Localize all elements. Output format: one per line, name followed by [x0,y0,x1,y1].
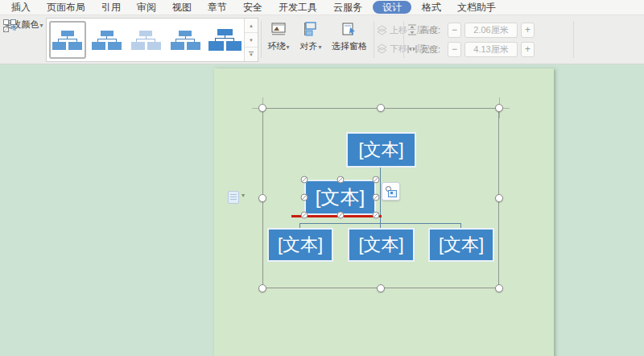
bring-forward-icon [377,25,387,35]
shape-handle-top-left[interactable] [301,176,308,184]
change-colors-button[interactable]: ✎ 更改颜色▾ [2,19,45,62]
menu-page-layout[interactable]: 页面布局 [39,0,93,15]
selection-pane-icon [341,21,357,37]
menu-format[interactable]: 格式 [414,0,449,15]
org-chart-thumbnail-2[interactable] [89,21,126,59]
frame-handle-bottom-right[interactable] [495,284,503,292]
height-value-field[interactable]: 2.06厘米 [464,23,518,38]
org-chart-thumbnail-4[interactable] [167,21,204,59]
align-label: 对齐 [299,41,317,51]
shape-handle-mid-right[interactable] [373,194,380,201]
org-chart-thumbnail-3[interactable] [128,21,165,59]
chevron-down-icon: ▾ [286,43,289,51]
width-icon [407,43,417,55]
toolbar-separator [403,21,404,58]
width-increase-button[interactable]: + [521,42,535,57]
align-icon [303,21,319,37]
gallery-scroll-up-button[interactable]: ▲ [245,19,258,33]
chevron-down-icon: ▾ [39,22,43,29]
height-increase-button[interactable]: + [521,23,535,38]
width-control: 宽度: − 4.13厘米 + [407,41,535,57]
selection-pane-button[interactable]: 选择窗格 [327,19,372,61]
document-canvas[interactable]: [文本] [文本] [文本] [文本] [文本] ▾ [0,64,644,356]
gallery-thumbnails [47,19,243,60]
gallery-more-icon: ▼ [249,52,254,57]
menu-cloud-service[interactable]: 云服务 [325,0,370,15]
width-decrease-button[interactable]: − [448,42,461,57]
shape-handle-mid-left[interactable] [301,194,308,201]
layout-options-button[interactable] [228,191,239,204]
shape-handle-bottom-center[interactable] [337,212,345,219]
selection-pane-label: 选择窗格 [332,41,367,51]
menu-references[interactable]: 引用 [93,0,129,15]
height-control: 高度: − 2.06厘米 + [407,22,535,38]
gallery-more-button[interactable]: ▼ [245,48,258,61]
add-shape-button[interactable] [382,182,400,201]
wrap-text-button[interactable]: 环绕▾ [263,19,294,61]
shape-handle-top-right[interactable] [373,176,380,184]
align-button[interactable]: 对齐▾ [295,19,326,61]
add-shape-icon [388,190,397,197]
frame-handle-bottom-center[interactable] [377,284,385,292]
width-value-field[interactable]: 4.13厘米 [464,42,518,57]
org-chart-top-node[interactable]: [文本] [346,132,416,168]
scroll-up-icon: ▲ [249,23,254,28]
menu-security[interactable]: 安全 [235,0,270,15]
wrap-text-icon [270,21,287,37]
ribbon-toolbar: ✎ 更改颜色▾ [0,15,644,64]
send-backward-icon [377,43,387,54]
toolbar-separator [374,21,374,58]
org-chart-icon [131,31,161,50]
frame-handle-top-center[interactable] [377,104,385,112]
org-chart-thumbnail-1[interactable] [49,21,86,59]
org-chart-icon [52,31,82,50]
org-chart-icon [92,31,122,50]
wrap-text-label: 环绕 [267,41,285,51]
toolbar-separator [261,21,262,58]
layout-style-gallery: ▲ ▼ ▼ [46,18,258,62]
shape-handle-bottom-left[interactable] [301,212,308,219]
org-chart-child-node-1[interactable]: [文本] [267,228,333,262]
menu-insert[interactable]: 插入 [3,0,39,15]
menu-doc-assistant[interactable]: 文档助手 [449,0,504,15]
gallery-scroll-down-button[interactable]: ▼ [245,33,258,48]
height-label: 高度: [420,24,444,36]
shape-handle-bottom-right[interactable] [373,212,380,219]
chevron-down-icon: ▾ [318,43,321,51]
frame-handle-mid-right[interactable] [495,194,503,202]
shape-handle-top-center[interactable] [337,176,345,184]
height-decrease-button[interactable]: − [448,23,461,38]
menu-design-active-tab[interactable]: 设计 [373,1,411,14]
menu-dev-tools[interactable]: 开发工具 [270,0,325,15]
height-icon [407,24,417,35]
frame-handle-bottom-left[interactable] [258,284,266,292]
org-chart-thumbnail-5[interactable] [206,21,243,59]
frame-handle-top-left[interactable] [258,104,266,112]
org-chart-selected-node[interactable]: [文本] [304,180,376,215]
menu-review[interactable]: 审阅 [129,0,164,15]
org-chart-icon [171,31,200,50]
scroll-down-icon: ▼ [249,38,254,43]
width-label: 宽度: [420,43,444,56]
menu-section[interactable]: 章节 [200,0,235,15]
layout-options-chevron-icon[interactable]: ▾ [242,192,245,199]
org-chart-child-node-2[interactable]: [文本] [348,228,415,262]
org-chart-child-node-3[interactable]: [文本] [428,228,494,262]
frame-handle-top-right[interactable] [495,104,503,112]
toolbar-separator [573,21,574,58]
menu-bar: 插入 页面布局 引用 审阅 视图 章节 安全 开发工具 云服务 设计 格式 文档… [0,0,644,15]
menu-view[interactable]: 视图 [164,0,200,15]
gallery-scrollbar: ▲ ▼ ▼ [244,19,258,61]
org-chart-icon [208,29,242,51]
frame-handle-mid-left[interactable] [258,194,266,202]
